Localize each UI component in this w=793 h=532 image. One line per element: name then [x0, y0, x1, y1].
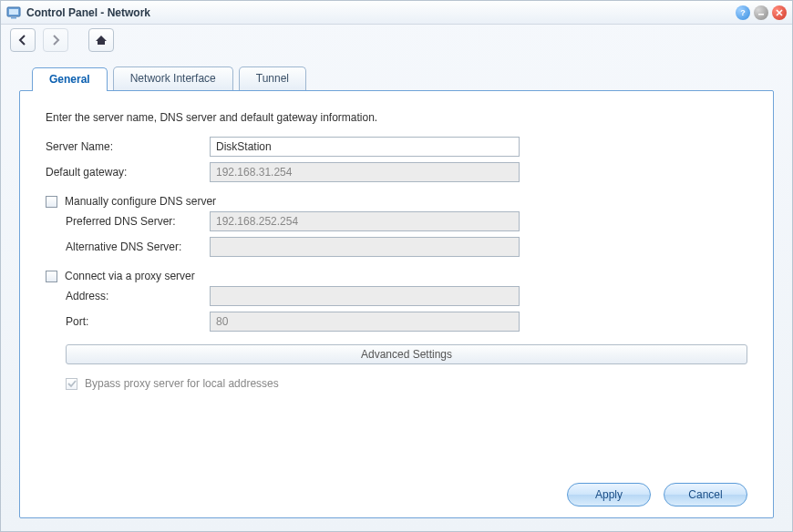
row-port: Port:: [66, 312, 747, 332]
preferred-dns-input: [210, 211, 520, 231]
tab-network-interface[interactable]: Network Interface: [113, 66, 233, 90]
proxy-checkbox[interactable]: [46, 271, 57, 282]
window-controls: ?: [736, 5, 787, 20]
default-gateway-input: [210, 162, 520, 182]
row-proxy: Connect via a proxy server: [46, 270, 747, 282]
svg-rect-2: [11, 17, 16, 19]
row-alt-dns: Alternative DNS Server:: [66, 237, 747, 257]
close-button[interactable]: [772, 5, 787, 20]
row-bypass: Bypass proxy server for local addresses: [66, 377, 747, 390]
tab-general[interactable]: General: [32, 67, 108, 91]
manual-dns-checkbox[interactable]: [46, 196, 57, 208]
label-address: Address:: [66, 290, 210, 302]
label-port: Port:: [66, 315, 210, 328]
tab-bar: General Network Interface Tunnel: [32, 66, 774, 90]
label-server-name: Server Name:: [46, 140, 210, 153]
port-input: [210, 312, 520, 332]
alt-dns-input: [210, 237, 520, 257]
label-proxy: Connect via a proxy server: [65, 270, 195, 282]
row-address: Address:: [66, 286, 747, 306]
toolbar: [1, 25, 792, 56]
svg-rect-1: [9, 9, 18, 15]
window-title: Control Panel - Network: [26, 6, 736, 19]
back-button[interactable]: [10, 28, 36, 52]
forward-button[interactable]: [43, 28, 68, 52]
row-manual-dns: Manually configure DNS server: [46, 195, 747, 208]
label-default-gateway: Default gateway:: [46, 166, 210, 179]
home-button[interactable]: [88, 28, 114, 52]
svg-rect-4: [758, 14, 764, 15]
label-bypass: Bypass proxy server for local addresses: [85, 377, 279, 390]
tab-tunnel[interactable]: Tunnel: [239, 66, 306, 90]
row-server-name: Server Name:: [46, 137, 747, 157]
minimize-button[interactable]: [754, 5, 768, 20]
advanced-settings-button[interactable]: Advanced Settings: [66, 344, 747, 364]
titlebar: Control Panel - Network ?: [1, 1, 792, 25]
apply-button[interactable]: Apply: [567, 483, 651, 506]
label-preferred-dns: Preferred DNS Server:: [66, 215, 210, 228]
row-preferred-dns: Preferred DNS Server:: [66, 211, 747, 231]
label-manual-dns: Manually configure DNS server: [65, 195, 216, 208]
svg-text:?: ?: [740, 8, 746, 17]
footer-buttons: Apply Cancel: [46, 474, 747, 506]
address-input: [210, 286, 520, 306]
cancel-button[interactable]: Cancel: [664, 483, 747, 506]
content: General Network Interface Tunnel Enter t…: [1, 56, 792, 531]
panel-general: Enter the server name, DNS server and de…: [19, 90, 774, 518]
window: Control Panel - Network ? General N: [0, 0, 793, 532]
app-icon: [6, 5, 21, 20]
intro-text: Enter the server name, DNS server and de…: [46, 111, 747, 124]
help-button[interactable]: ?: [736, 5, 750, 20]
bypass-checkbox: [66, 378, 77, 390]
label-alt-dns: Alternative DNS Server:: [66, 240, 210, 253]
server-name-input[interactable]: [210, 137, 520, 157]
row-default-gateway: Default gateway:: [46, 162, 747, 182]
